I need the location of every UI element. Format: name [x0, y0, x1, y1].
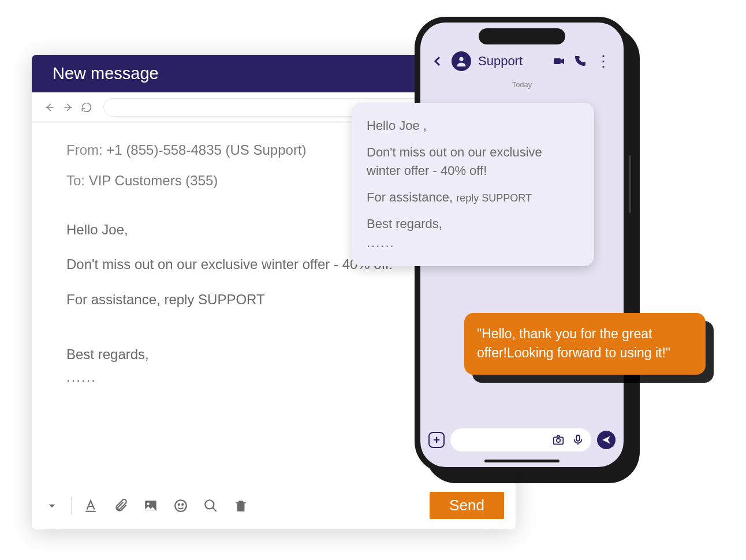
- phone-side-button: [629, 155, 631, 213]
- more-icon[interactable]: ⋮: [594, 53, 613, 70]
- svg-point-8: [459, 57, 463, 61]
- to-value: VIP Customers (355): [89, 173, 218, 188]
- svg-point-11: [557, 439, 560, 442]
- svg-point-4: [178, 503, 180, 505]
- in-line1: Don't miss out on our exclusive winter o…: [367, 143, 579, 180]
- today-label: Today: [420, 80, 624, 89]
- forward-icon[interactable]: [62, 101, 74, 114]
- phone-icon[interactable]: [573, 54, 587, 68]
- attachment-icon[interactable]: [112, 497, 129, 514]
- svg-point-2: [147, 502, 150, 505]
- svg-rect-12: [576, 435, 580, 441]
- svg-point-3: [175, 500, 186, 512]
- image-icon[interactable]: [142, 497, 159, 514]
- in-dots: ......: [367, 234, 579, 252]
- svg-rect-9: [554, 58, 561, 64]
- chevron-left-icon[interactable]: [431, 54, 445, 68]
- add-button[interactable]: +: [428, 432, 445, 448]
- in-greeting: Hello Joe ,: [367, 117, 579, 135]
- home-indicator: [484, 460, 560, 462]
- avatar[interactable]: [452, 51, 471, 71]
- trash-icon[interactable]: [232, 497, 249, 514]
- chevron-down-icon[interactable]: [43, 497, 61, 514]
- message-input[interactable]: [450, 428, 591, 451]
- svg-point-5: [182, 503, 183, 505]
- refresh-icon[interactable]: [80, 101, 93, 114]
- from-label: From:: [66, 142, 103, 158]
- svg-line-7: [212, 507, 217, 512]
- search-icon[interactable]: [202, 497, 219, 514]
- send-button[interactable]: Send: [430, 492, 504, 519]
- incoming-message-bubble: Hello Joe , Don't miss out on our exclus…: [352, 103, 594, 266]
- contact-name: Support: [478, 54, 523, 69]
- compose-toolbar: Send: [32, 486, 516, 529]
- from-value: +1 (855)-558-4835 (US Support): [106, 142, 306, 158]
- emoji-icon[interactable]: [172, 497, 189, 514]
- mic-icon[interactable]: [572, 434, 584, 446]
- video-icon[interactable]: [552, 54, 566, 68]
- text-format-icon[interactable]: [82, 497, 99, 514]
- in-closing: Best regards,: [367, 215, 579, 233]
- camera-icon[interactable]: [552, 434, 565, 446]
- input-bar: +: [420, 423, 624, 460]
- to-label: To:: [66, 173, 85, 188]
- in-line2: For assistance, reply SUPPORT: [367, 188, 579, 207]
- phone-notch: [479, 28, 565, 44]
- send-message-button[interactable]: [597, 431, 616, 449]
- svg-point-6: [205, 500, 214, 509]
- outgoing-message-bubble: "Hello, thank you for the great offer!Lo…: [464, 313, 706, 375]
- back-icon[interactable]: [43, 101, 56, 114]
- toolbar-divider: [71, 497, 72, 514]
